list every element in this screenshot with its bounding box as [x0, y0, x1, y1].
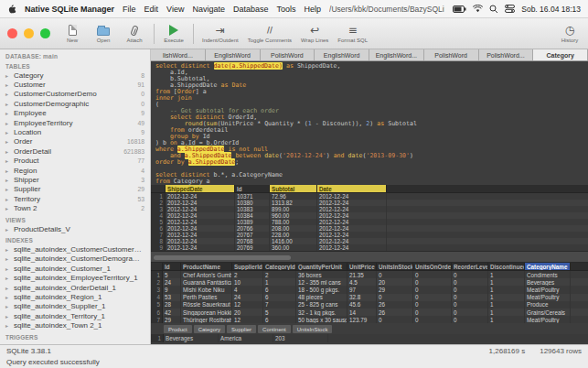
toggle-comments-button[interactable]: //Toggle Comments	[248, 24, 292, 43]
cell[interactable]: 0	[452, 271, 488, 278]
cell[interactable]: 26	[377, 308, 413, 316]
cell[interactable]: Perth Pasties	[181, 294, 232, 301]
cell[interactable]: 4.5	[347, 278, 377, 286]
menu-help[interactable]: Help	[305, 5, 322, 14]
result-chip-product[interactable]: Product	[164, 325, 192, 333]
column-header-unitsonorder[interactable]: UnitsOnOrder	[413, 263, 452, 270]
cell[interactable]: 42	[163, 308, 181, 316]
cell[interactable]: 1416.00	[270, 238, 317, 244]
wifi-icon[interactable]	[473, 5, 483, 13]
cell[interactable]: 53	[163, 294, 181, 301]
cell[interactable]: 10371	[235, 193, 270, 200]
table-row[interactable]: 642Singaporean Hokkien Fried Mee20532 - …	[151, 308, 588, 316]
sidebar-item-region[interactable]: ▸Region4	[5, 166, 144, 175]
table-row[interactable]: 224Guaraná Fantástica10112 - 355 ml cans…	[151, 278, 588, 286]
disclosure-icon[interactable]: ▸	[5, 72, 11, 79]
cell[interactable]: 50 bags x 30 sausgs.	[296, 316, 347, 323]
sidebar-item-order[interactable]: ▸Order16818	[5, 137, 144, 146]
cell[interactable]: 2012-12-24	[317, 225, 387, 232]
cell[interactable]: 6	[263, 294, 296, 301]
sidebar-item-product[interactable]: ▸Product77	[5, 157, 144, 166]
cell[interactable]: Meat/Poultry	[525, 316, 571, 323]
cell[interactable]: 0	[452, 316, 488, 323]
menu-view[interactable]: View	[166, 5, 184, 14]
table-row[interactable]: 12012-12-241037172.962012-12-24	[151, 193, 588, 200]
sidebar-item-sqlite_autoindex_customercustomerdemo_1[interactable]: ▸sqlite_autoindex_CustomerCustomerDemo_1	[5, 244, 144, 254]
tab-englishword[interactable]: EnglishWord...	[369, 49, 424, 60]
cell[interactable]: 4	[232, 286, 263, 293]
cell[interactable]: 12	[232, 301, 263, 308]
column-header-subtotal[interactable]: Subtotal	[270, 185, 317, 192]
cell[interactable]: 1	[488, 308, 525, 316]
table-row[interactable]: 528Rössle Sauerkraut12725 - 825 g cans45…	[151, 301, 588, 308]
sidebar-item-territory[interactable]: ▸Territory53	[5, 194, 144, 203]
cell[interactable]: 2012-12-24	[317, 244, 387, 251]
cell[interactable]: Mishi Kobe Niku	[181, 286, 232, 293]
cell[interactable]: 25 - 825 g cans	[296, 301, 347, 308]
menu-tools[interactable]: Tools	[276, 5, 295, 14]
cell[interactable]: 72.96	[270, 193, 317, 200]
cell[interactable]: 0	[413, 286, 452, 293]
cell[interactable]: 0	[413, 294, 452, 301]
disclosure-icon[interactable]: ▸	[5, 322, 11, 329]
cell[interactable]: 10389	[235, 219, 270, 225]
disclosure-icon[interactable]: ▸	[5, 186, 11, 192]
cell[interactable]: 21.35	[347, 271, 377, 278]
disclosure-icon[interactable]: ▸	[5, 120, 11, 126]
open-button[interactable]: Open	[92, 24, 114, 43]
cell[interactable]: 97	[347, 286, 377, 293]
sidebar-item-location[interactable]: ▸Location9	[5, 127, 144, 136]
cell[interactable]: 5	[163, 271, 181, 278]
cell[interactable]: 2012-12-24	[317, 219, 387, 225]
cell[interactable]: 2012-12-24	[166, 193, 235, 200]
sidebar-item-sqlite_autoindex_employeeterritory_1[interactable]: ▸sqlite_autoindex_EmployeeTerritory_1	[5, 273, 144, 282]
mini-result-row[interactable]: 1BeveragesAmerica203	[151, 334, 588, 342]
new-button[interactable]: New	[61, 24, 83, 43]
table-row[interactable]: 82012-12-24207681416.002012-12-24	[151, 238, 588, 244]
execute-button[interactable]: Execute	[163, 24, 185, 43]
disclosure-icon[interactable]: ▸	[5, 81, 11, 88]
disclosure-icon[interactable]: ▸	[5, 226, 11, 233]
cell[interactable]: 1	[263, 278, 296, 286]
disclosure-icon[interactable]: ▸	[5, 110, 11, 116]
sidebar-item-sqlite_autoindex_customerdemographic_1[interactable]: ▸sqlite_autoindex_CustomerDemographic_1	[5, 254, 144, 264]
column-header-discontinued[interactable]: Discontinued	[488, 263, 525, 270]
disclosure-icon[interactable]: ▸	[5, 303, 11, 309]
cell[interactable]: Grains/Cereals	[525, 308, 571, 316]
cell[interactable]: 1	[488, 278, 525, 286]
cell[interactable]: 0	[452, 301, 488, 308]
cell[interactable]: 1	[488, 316, 525, 323]
cell[interactable]: 0	[413, 271, 452, 278]
cell[interactable]: 2012-12-24	[166, 219, 235, 225]
column-header-id[interactable]: Id	[163, 263, 181, 270]
cell[interactable]: 45.6	[347, 301, 377, 308]
cell[interactable]: 0	[413, 301, 452, 308]
history-button[interactable]: ◷History	[559, 24, 581, 43]
tab-category[interactable]: Category	[533, 49, 588, 60]
cell[interactable]: 899.00	[270, 206, 317, 212]
cell[interactable]: 203	[273, 334, 328, 342]
cell[interactable]: 6	[263, 286, 296, 293]
cell[interactable]: Produce	[525, 301, 571, 308]
cell[interactable]: 0	[377, 271, 413, 278]
cell[interactable]: 20	[377, 278, 413, 286]
sidebar-item-supplier[interactable]: ▸Supplier29	[5, 185, 144, 194]
cell[interactable]: 0	[452, 278, 488, 286]
column-header-shippeddate[interactable]: ShippedDate	[166, 185, 235, 192]
column-header-unitsinstock[interactable]: UnitsInStock	[377, 263, 413, 270]
cell[interactable]: 2012-12-24	[166, 225, 235, 232]
cell[interactable]: Rössle Sauerkraut	[181, 301, 232, 308]
cell[interactable]: 2012-12-24	[317, 193, 387, 200]
cell[interactable]: 0	[452, 286, 488, 293]
sidebar-item-town-2[interactable]: ▸Town 22	[5, 203, 144, 212]
result-chip-unitsinstock[interactable]: UnitsInStock	[293, 325, 333, 333]
cell[interactable]: 32 - 1 kg pkgs.	[296, 308, 347, 316]
cell[interactable]: 48 pieces	[296, 294, 347, 301]
cell[interactable]: 2012-12-24	[317, 238, 387, 244]
column-header-categoryid[interactable]: CategoryId	[263, 263, 296, 270]
cell[interactable]: 10384	[235, 212, 270, 219]
cell[interactable]: 36 boxes	[296, 271, 347, 278]
disclosure-icon[interactable]: ▸	[5, 275, 11, 281]
cell[interactable]: 14	[347, 308, 377, 316]
cell[interactable]: 20767	[235, 232, 270, 238]
